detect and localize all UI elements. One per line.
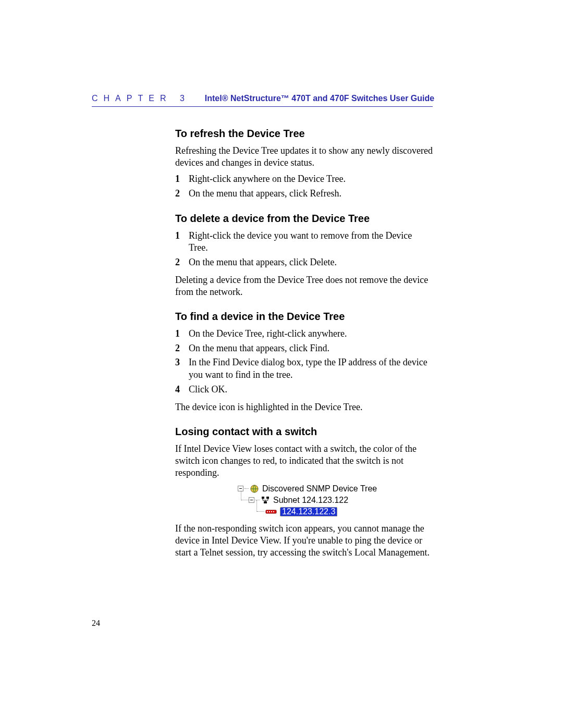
- svg-rect-3: [264, 501, 267, 503]
- tree-root-label: Discovered SNMP Device Tree: [262, 484, 377, 493]
- device-tree-figure: Discovered SNMP Device Tree Subnet 124.1…: [238, 483, 433, 517]
- step: 1On the Device Tree, right-click anywher…: [175, 328, 433, 340]
- chapter-label: CHAPTER 3: [92, 94, 190, 103]
- step: 3In the Find Device dialog box, type the…: [175, 356, 433, 381]
- tree-subnet-label: Subnet 124.123.122: [273, 496, 348, 505]
- step: 1Right-click anywhere on the Device Tree…: [175, 173, 433, 186]
- svg-rect-1: [262, 497, 264, 499]
- tree-connector-icon: [244, 488, 249, 489]
- expander-icon: [249, 497, 254, 503]
- page-number: 24: [92, 619, 100, 628]
- svg-rect-6: [269, 511, 270, 512]
- svg-rect-2: [266, 497, 269, 499]
- step: 1Right-click the device you want to remo…: [175, 230, 433, 255]
- tree-device-row: 124.123.122.3: [256, 506, 433, 517]
- after-find: The device icon is highlighted in the De…: [175, 401, 433, 413]
- tree-device-label-selected: 124.123.122.3: [280, 507, 337, 516]
- network-icon: [261, 496, 270, 505]
- svg-rect-7: [271, 511, 272, 512]
- step: 2On the menu that appears, click Delete.: [175, 256, 433, 269]
- tree-connector-icon: [256, 500, 257, 512]
- intro-refresh: Refreshing the Device Tree updates it to…: [175, 145, 433, 169]
- after-losing: If the non-responding switch icon appear…: [175, 523, 433, 559]
- page: CHAPTER 3 Intel® NetStructure™ 470T and …: [0, 0, 563, 728]
- running-header: CHAPTER 3 Intel® NetStructure™ 470T and …: [92, 94, 433, 107]
- svg-rect-5: [267, 511, 268, 512]
- steps-refresh: 1Right-click anywhere on the Device Tree…: [175, 173, 433, 200]
- switch-unreachable-icon: [265, 509, 277, 515]
- tree-connector-icon: [241, 500, 249, 500]
- heading-delete: To delete a device from the Device Tree: [175, 213, 433, 225]
- heading-losing: Losing contact with a switch: [175, 426, 433, 438]
- doc-title: Intel® NetStructure™ 470T and 470F Switc…: [205, 94, 434, 103]
- globe-icon: [250, 484, 259, 493]
- step: 2On the menu that appears, click Refresh…: [175, 188, 433, 200]
- tree-root-row: Discovered SNMP Device Tree: [238, 483, 433, 495]
- steps-find: 1On the Device Tree, right-click anywher…: [175, 328, 433, 396]
- after-delete: Deleting a device from the Device Tree d…: [175, 274, 433, 298]
- step: 2On the menu that appears, click Find.: [175, 342, 433, 355]
- expander-icon: [238, 486, 243, 491]
- intro-losing: If Intel Device View loses contact with …: [175, 443, 433, 479]
- tree-connector-icon: [257, 511, 264, 512]
- section-delete: To delete a device from the Device Tree …: [118, 213, 433, 298]
- tree-subnet-row: Subnet 124.123.122: [241, 495, 433, 506]
- step: 4Click OK.: [175, 384, 433, 396]
- section-find: To find a device in the Device Tree 1On …: [118, 311, 433, 413]
- section-refresh: To refresh the Device Tree Refreshing th…: [118, 107, 433, 200]
- steps-delete: 1Right-click the device you want to remo…: [175, 230, 433, 269]
- section-losing-contact: Losing contact with a switch If Intel De…: [118, 426, 433, 559]
- heading-refresh: To refresh the Device Tree: [175, 128, 433, 140]
- svg-rect-8: [273, 511, 274, 512]
- heading-find: To find a device in the Device Tree: [175, 311, 433, 323]
